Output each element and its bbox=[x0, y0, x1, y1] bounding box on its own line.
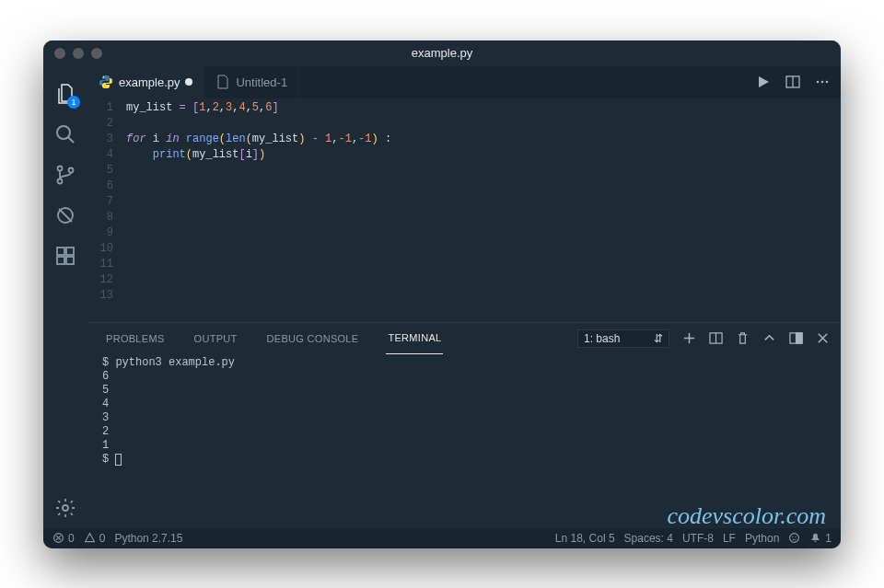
terminal-select[interactable]: 1: bash ⇵ bbox=[577, 329, 669, 348]
svg-rect-6 bbox=[57, 248, 64, 255]
status-spaces[interactable]: Spaces: 4 bbox=[624, 532, 673, 545]
svg-point-4 bbox=[69, 167, 74, 172]
svg-point-16 bbox=[821, 81, 824, 84]
bell-icon bbox=[809, 532, 821, 544]
python-icon bbox=[99, 75, 113, 89]
svg-point-31 bbox=[796, 536, 797, 537]
search-icon bbox=[54, 123, 76, 145]
svg-point-15 bbox=[817, 81, 820, 84]
terminal-line: 6 bbox=[102, 370, 826, 384]
tab-example-py[interactable]: example.py bbox=[87, 66, 204, 98]
settings-tab[interactable] bbox=[43, 488, 87, 528]
main-area: example.py Untitled-1 12345678910111213 bbox=[87, 66, 841, 528]
window-title: example.py bbox=[412, 46, 472, 60]
editor-actions bbox=[756, 66, 841, 98]
debug-tab[interactable] bbox=[43, 195, 87, 236]
more-icon[interactable] bbox=[815, 75, 830, 89]
panel-tab-output[interactable]: OUTPUT bbox=[192, 323, 239, 354]
svg-point-10 bbox=[63, 505, 68, 511]
panel-tab-debug[interactable]: DEBUG CONSOLE bbox=[265, 323, 361, 354]
svg-rect-23 bbox=[797, 333, 803, 343]
cursor-icon bbox=[115, 454, 122, 466]
error-icon bbox=[52, 532, 64, 544]
svg-line-1 bbox=[68, 137, 74, 143]
close-icon[interactable] bbox=[816, 331, 830, 345]
minimap[interactable] bbox=[787, 98, 841, 322]
smiley-icon bbox=[788, 532, 800, 544]
explorer-tab[interactable]: 1 bbox=[43, 74, 87, 114]
status-eol[interactable]: LF bbox=[723, 532, 736, 545]
status-notifications[interactable]: 1 bbox=[809, 532, 832, 545]
search-tab[interactable] bbox=[43, 114, 87, 155]
activity-bar: 1 bbox=[43, 66, 87, 528]
terminal-line: 4 bbox=[102, 398, 826, 411]
titlebar: example.py bbox=[43, 40, 841, 66]
source-control-tab[interactable] bbox=[43, 155, 87, 195]
file-icon bbox=[215, 75, 230, 89]
status-feedback[interactable] bbox=[788, 532, 800, 544]
line-gutter: 12345678910111213 bbox=[87, 98, 126, 322]
terminal-line: 5 bbox=[102, 384, 826, 398]
bug-icon bbox=[54, 204, 76, 226]
terminal-line: 1 bbox=[102, 439, 826, 453]
terminal[interactable]: $ python3 example.py 6 5 4 3 2 1 $ codev… bbox=[87, 354, 841, 528]
watermark: codevscolor.com bbox=[667, 509, 826, 523]
panel-tab-terminal[interactable]: TERMINAL bbox=[386, 323, 443, 354]
status-python-version[interactable]: Python 2.7.15 bbox=[114, 532, 182, 545]
trash-icon[interactable] bbox=[736, 331, 750, 345]
split-terminal-icon[interactable] bbox=[709, 331, 723, 345]
warning-icon bbox=[84, 532, 96, 544]
close-window-button[interactable] bbox=[54, 48, 65, 59]
vscode-window: example.py 1 bbox=[43, 40, 841, 548]
status-lncol[interactable]: Ln 18, Col 5 bbox=[555, 532, 615, 545]
svg-rect-8 bbox=[57, 257, 64, 264]
code-content: my_list = [1,2,3,4,5,6] for i in range(l… bbox=[126, 98, 391, 322]
branch-icon bbox=[54, 164, 76, 186]
tab-untitled-1[interactable]: Untitled-1 bbox=[204, 66, 299, 98]
svg-point-2 bbox=[58, 166, 63, 170]
panel-tabs: PROBLEMS OUTPUT DEBUG CONSOLE TERMINAL 1… bbox=[87, 323, 841, 354]
chevron-updown-icon: ⇵ bbox=[654, 332, 663, 345]
tab-label: example.py bbox=[119, 75, 180, 89]
svg-point-11 bbox=[103, 76, 104, 77]
extensions-tab[interactable] bbox=[43, 236, 87, 276]
svg-point-3 bbox=[58, 179, 63, 183]
panel-tab-problems[interactable]: PROBLEMS bbox=[104, 323, 167, 354]
tab-label: Untitled-1 bbox=[236, 75, 287, 89]
terminal-line: $ python3 example.py bbox=[102, 356, 826, 370]
status-errors[interactable]: 0 bbox=[52, 532, 75, 545]
editor-tabs: example.py Untitled-1 bbox=[87, 66, 841, 98]
terminal-line: 2 bbox=[102, 425, 826, 439]
gear-icon bbox=[54, 497, 76, 519]
svg-rect-9 bbox=[66, 257, 74, 264]
chevron-up-icon[interactable] bbox=[762, 331, 776, 345]
svg-point-29 bbox=[790, 534, 799, 543]
svg-point-12 bbox=[108, 86, 109, 87]
status-lang[interactable]: Python bbox=[745, 532, 779, 545]
modified-indicator bbox=[185, 78, 192, 86]
traffic-lights bbox=[43, 48, 102, 59]
svg-point-17 bbox=[826, 81, 829, 84]
maximize-window-button[interactable] bbox=[91, 48, 102, 59]
minimize-window-button[interactable] bbox=[73, 48, 84, 59]
code-editor[interactable]: 12345678910111213 my_list = [1,2,3,4,5,6… bbox=[87, 98, 841, 322]
svg-point-30 bbox=[793, 536, 794, 537]
svg-rect-7 bbox=[66, 248, 74, 255]
explorer-badge: 1 bbox=[67, 96, 80, 109]
plus-icon[interactable] bbox=[682, 331, 696, 345]
status-warnings[interactable]: 0 bbox=[84, 532, 106, 545]
terminal-prompt: $ bbox=[102, 453, 826, 467]
extensions-icon bbox=[54, 245, 76, 267]
run-icon[interactable] bbox=[756, 75, 771, 89]
maximize-panel-icon[interactable] bbox=[789, 331, 803, 345]
svg-point-0 bbox=[57, 126, 70, 139]
terminal-line: 3 bbox=[102, 411, 826, 425]
status-bar: 0 0 Python 2.7.15 Ln 18, Col 5 Spaces: 4… bbox=[43, 528, 841, 548]
status-encoding[interactable]: UTF-8 bbox=[682, 532, 714, 545]
split-icon[interactable] bbox=[785, 75, 800, 89]
bottom-panel: PROBLEMS OUTPUT DEBUG CONSOLE TERMINAL 1… bbox=[87, 322, 841, 528]
